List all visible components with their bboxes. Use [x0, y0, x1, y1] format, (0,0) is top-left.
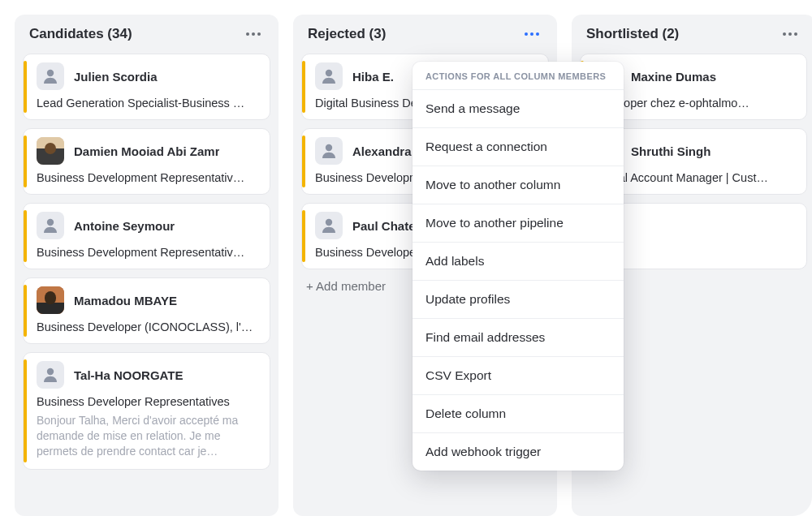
- svg-point-3: [326, 70, 332, 76]
- kanban-board: Candidates (34) Julien Scordia Lead Gene…: [0, 0, 812, 516]
- more-icon[interactable]: [521, 29, 542, 39]
- action-send-message[interactable]: Send a message: [412, 90, 624, 128]
- svg-point-2: [47, 368, 54, 375]
- candidate-subtitle: Lead Generation Specialist-Business …: [33, 97, 260, 110]
- candidate-name: Maxine Dumas: [631, 70, 716, 84]
- candidate-subtitle: Business Developer (ICONOCLASS), l'…: [33, 320, 260, 333]
- candidate-name: Tal-Ha NOORGATE: [74, 368, 183, 382]
- column-actions-dropdown: ACTIONS FOR ALL COLUMN MEMBERS Send a me…: [412, 62, 624, 471]
- column-title: Candidates (34): [29, 26, 132, 42]
- action-find-emails[interactable]: Find email addresses: [412, 319, 624, 357]
- avatar: [315, 212, 343, 239]
- action-move-column[interactable]: Move to another column: [412, 166, 624, 204]
- svg-point-5: [326, 219, 332, 226]
- candidate-name: Hiba E.: [352, 70, 394, 84]
- candidate-card[interactable]: Mamadou MBAYE Business Developer (ICONOC…: [23, 277, 270, 344]
- action-delete-column[interactable]: Delete column: [412, 395, 624, 433]
- column-title: Shortlisted (2): [586, 26, 679, 42]
- candidate-name: Damien Mooiad Abi Zamr: [74, 144, 219, 158]
- candidate-note: Bonjour Talha, Merci d'avoir accepté ma …: [33, 413, 260, 459]
- avatar: [315, 137, 343, 165]
- svg-point-1: [47, 219, 54, 226]
- candidate-name: Mamadou MBAYE: [74, 294, 177, 307]
- candidate-card[interactable]: Damien Mooiad Abi Zamr Business Developm…: [23, 128, 270, 195]
- candidate-name: Paul Chatel: [352, 219, 419, 233]
- avatar: [37, 361, 64, 389]
- action-update-profiles[interactable]: Update profiles: [412, 281, 624, 319]
- column-header: Rejected (3): [301, 26, 549, 54]
- candidate-card[interactable]: Antoine Seymour Business Development Rep…: [23, 203, 270, 269]
- svg-point-0: [47, 70, 54, 76]
- avatar: [315, 62, 343, 90]
- column-candidates: Candidates (34) Julien Scordia Lead Gene…: [15, 15, 279, 516]
- candidate-subtitle: Business Developer Representatives: [33, 395, 260, 408]
- action-add-labels[interactable]: Add labels: [412, 243, 624, 281]
- candidate-subtitle: Business Development Representativ…: [33, 171, 260, 184]
- avatar: [37, 286, 64, 314]
- avatar: [37, 62, 64, 90]
- candidate-name: Antoine Seymour: [74, 219, 175, 233]
- action-csv-export[interactable]: CSV Export: [412, 357, 624, 395]
- column-header: Shortlisted (2): [580, 26, 807, 54]
- action-add-webhook[interactable]: Add webhook trigger: [412, 433, 624, 471]
- candidate-card[interactable]: Julien Scordia Lead Generation Specialis…: [23, 54, 270, 120]
- avatar: [37, 137, 64, 165]
- candidate-subtitle: Business Development Representativ…: [33, 246, 260, 259]
- candidate-card[interactable]: Tal-Ha NOORGATE Business Developer Repre…: [23, 352, 270, 470]
- column-header: Candidates (34): [23, 26, 270, 54]
- more-icon[interactable]: [780, 29, 801, 39]
- avatar: [37, 212, 64, 239]
- more-icon[interactable]: [243, 29, 264, 39]
- action-request-connection[interactable]: Request a connection: [412, 128, 624, 166]
- column-title: Rejected (3): [308, 26, 386, 42]
- dropdown-header: ACTIONS FOR ALL COLUMN MEMBERS: [412, 62, 624, 90]
- candidate-name: Shruthi Singh: [631, 144, 710, 158]
- action-move-pipeline[interactable]: Move to another pipeline: [412, 204, 624, 243]
- card-list: Julien Scordia Lead Generation Specialis…: [23, 54, 270, 470]
- svg-point-4: [326, 144, 332, 151]
- candidate-name: Julien Scordia: [74, 70, 158, 84]
